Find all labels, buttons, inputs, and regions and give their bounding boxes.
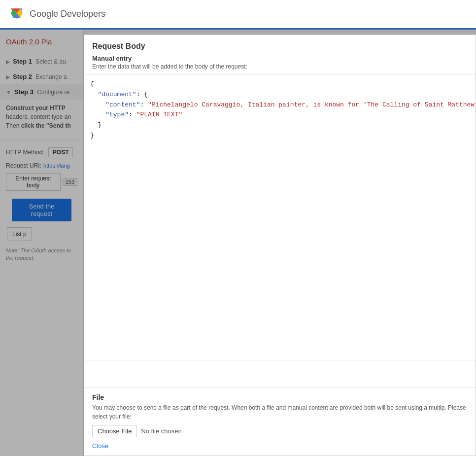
google-logo-icon	[8, 5, 26, 23]
modal-title: Request Body	[92, 42, 468, 51]
top-bar: Google Developers	[0, 0, 476, 30]
modal-header: Request Body Manual entry Enter the data…	[84, 35, 476, 74]
file-section-title: File	[92, 393, 468, 401]
logo-text: Google Developers	[30, 9, 105, 19]
modal-body[interactable]: { "document": { "content": "Michelangelo…	[84, 74, 476, 387]
modal-desc: Enter the data that will be added to the…	[92, 63, 468, 70]
main-layout: OAuth 2.0 Pla ▶ Step 1 Select & au ▶ Ste…	[0, 30, 476, 456]
no-file-text: No file chosen	[141, 427, 181, 435]
file-row: Choose File No file chosen	[92, 425, 468, 437]
file-desc: You may choose to send a file as part of…	[92, 403, 468, 421]
json-editor[interactable]: { "document": { "content": "Michelangelo…	[84, 74, 476, 360]
close-link[interactable]: Close	[92, 442, 108, 450]
modal-footer: File You may choose to send a file as pa…	[84, 387, 476, 456]
choose-file-button[interactable]: Choose File	[92, 425, 137, 437]
request-body-modal: Request Body Manual entry Enter the data…	[84, 35, 476, 456]
logo-area: Google Developers	[8, 5, 105, 23]
modal-subtitle: Manual entry	[92, 55, 468, 62]
